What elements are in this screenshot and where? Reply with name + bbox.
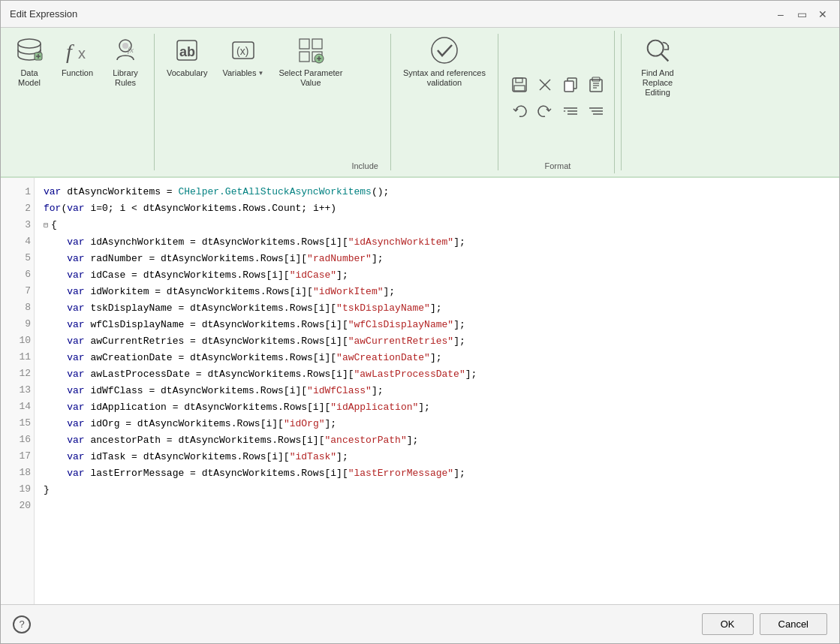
- svg-rect-23: [514, 86, 525, 91]
- svg-text:f: f: [66, 40, 74, 63]
- vocabulary-icon: ab: [172, 35, 202, 65]
- function-icon: f x: [62, 35, 92, 65]
- divider-1: [154, 34, 155, 170]
- footer-buttons: OK Cancel: [702, 613, 827, 635]
- svg-rect-14: [312, 39, 322, 49]
- toolbar-variables[interactable]: (x) Variables ▼: [216, 31, 269, 173]
- find-replace-icon: [643, 35, 673, 65]
- select-parameter-icon: [296, 35, 326, 65]
- svg-point-0: [18, 39, 41, 48]
- save-button[interactable]: [507, 73, 531, 97]
- toolbar-syntax-validation[interactable]: Syntax and referencesvalidation: [397, 31, 492, 173]
- editor-container: 1 2 3 4 5 6 7 8 9 10 11 12 13 14 15 16 1…: [1, 178, 839, 604]
- copy-button[interactable]: [558, 73, 583, 97]
- close-button[interactable]: ✕: [815, 7, 830, 22]
- svg-point-20: [432, 38, 457, 63]
- edit-expression-dialog: Edit Expression – ▭ ✕ DataModel: [0, 0, 840, 644]
- redo-button[interactable]: [533, 99, 557, 123]
- footer: ? OK Cancel: [1, 604, 839, 643]
- svg-text:ab: ab: [179, 44, 195, 59]
- toolbar-select-parameter-value[interactable]: Select ParameterValue: [272, 31, 348, 173]
- select-parameter-label: Select ParameterValue: [278, 68, 342, 88]
- code-editor[interactable]: var dtAsyncWorkitems = CHelper.GetAllStu…: [35, 178, 839, 604]
- library-rules-icon: fx: [110, 35, 140, 65]
- svg-rect-15: [300, 52, 309, 62]
- include-section-label: Include: [351, 161, 378, 170]
- toolbar-library-rules[interactable]: fx LibraryRules: [103, 31, 148, 173]
- svg-text:x: x: [78, 45, 86, 62]
- data-model-icon: [14, 35, 44, 65]
- ok-button[interactable]: OK: [702, 613, 754, 635]
- divider-2: [390, 34, 391, 170]
- divider-3: [498, 34, 498, 170]
- toolbar-data-model[interactable]: DataModel: [7, 31, 52, 173]
- syntax-validation-icon: [429, 35, 459, 65]
- format-row-1: [507, 73, 608, 97]
- svg-rect-22: [516, 78, 522, 83]
- syntax-validation-label: Syntax and referencesvalidation: [403, 68, 486, 88]
- cancel-button[interactable]: Cancel: [760, 613, 827, 635]
- outdent-button[interactable]: [584, 99, 608, 123]
- maximize-button[interactable]: ▭: [794, 7, 809, 22]
- data-model-label: DataModel: [18, 68, 41, 88]
- dialog-title: Edit Expression: [10, 8, 77, 20]
- function-label: Function: [62, 68, 93, 78]
- toolbar: DataModel f x Function fx Lib: [1, 28, 839, 178]
- library-rules-label: LibraryRules: [113, 68, 138, 88]
- cut-button[interactable]: [533, 73, 557, 97]
- svg-text:(x): (x): [236, 45, 248, 57]
- find-replace-label: Find AndReplaceEditing: [641, 68, 673, 98]
- title-bar: Edit Expression – ▭ ✕: [1, 1, 839, 28]
- variables-label: Variables: [222, 68, 256, 78]
- toolbar-vocabulary[interactable]: ab Vocabulary: [161, 31, 213, 173]
- window-controls: – ▭ ✕: [773, 7, 830, 22]
- toolbar-find-replace[interactable]: Find AndReplaceEditing: [628, 31, 688, 173]
- toolbar-function[interactable]: f x Function: [55, 31, 100, 173]
- paste-button[interactable]: [584, 73, 608, 97]
- vocabulary-label: Vocabulary: [167, 68, 207, 78]
- svg-text:fx: fx: [128, 45, 134, 54]
- svg-line-40: [661, 54, 669, 62]
- variables-dropdown-arrow: ▼: [257, 70, 263, 77]
- format-section-label: Format: [545, 161, 571, 170]
- undo-button[interactable]: [507, 99, 531, 123]
- indent-button[interactable]: [558, 99, 583, 123]
- svg-point-39: [648, 41, 664, 56]
- svg-rect-13: [300, 39, 309, 49]
- divider-4: [621, 34, 622, 170]
- minimize-button[interactable]: –: [773, 7, 788, 22]
- svg-rect-21: [513, 78, 526, 92]
- svg-rect-27: [565, 81, 574, 92]
- format-row-2: [507, 99, 608, 123]
- line-numbers: 1 2 3 4 5 6 7 8 9 10 11 12 13 14 15 16 1…: [1, 178, 35, 604]
- variables-icon: (x): [228, 35, 258, 65]
- help-button[interactable]: ?: [13, 615, 31, 633]
